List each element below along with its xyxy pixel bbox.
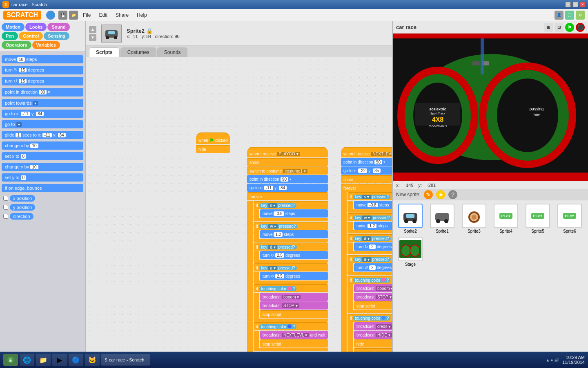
cat-pen[interactable]: Pen (2, 32, 18, 40)
cat-variables[interactable]: Variables (32, 41, 60, 49)
block-turn-cw[interactable]: turn ↻ 15 degrees (2, 66, 83, 74)
cat-motion[interactable]: Motion (2, 23, 24, 31)
block-turn-d2[interactable]: turn ↻ 2 degrees (354, 242, 392, 251)
if-a2-top[interactable]: if key a ▾ pressed? (347, 255, 392, 263)
block-show[interactable]: show (247, 158, 328, 166)
block-turn-a[interactable]: turn ↺ 2.5 degrees (260, 272, 328, 280)
taskbar-scratch-icon[interactable]: 🐱 (85, 354, 100, 366)
surprise-sprite-button[interactable]: ★ (436, 190, 445, 199)
settings-icon[interactable]: ⚙ (576, 11, 585, 20)
tab-sounds[interactable]: Sounds (157, 47, 188, 57)
tab-scripts[interactable]: Scripts (89, 47, 120, 57)
minimize-button[interactable]: − (565, 2, 571, 7)
if-s-top[interactable]: if key s ▾ pressed? (254, 201, 328, 209)
block-broadcast-hide[interactable]: broadcast HIDE ▾ (354, 331, 392, 339)
block-point-dir-90b[interactable]: point in direction 90 ▾ (341, 158, 392, 166)
if-a-top[interactable]: if key a ▾ pressed? (254, 263, 328, 272)
block-if-on-edge[interactable]: if on edge, bounce (2, 184, 83, 192)
sprite-item-stage[interactable]: Stage (396, 237, 425, 267)
block-set-y[interactable]: set y to 0 (2, 173, 83, 182)
script-area[interactable]: when ⚑ clicked hide when I receive PLAYG… (86, 57, 392, 368)
sprite-item-sprite4[interactable]: PLAY Sprite4 (492, 204, 520, 233)
block-move-w2[interactable]: move 1.2 steps (354, 222, 392, 230)
block-goto-xy-2[interactable]: go to x: -11 y: 84 (247, 184, 328, 192)
sprite-item-sprite6[interactable]: PLAY Sprite6 (555, 204, 584, 233)
cat-sound[interactable]: Sound (47, 23, 69, 31)
block-hide2[interactable]: hide (354, 339, 392, 348)
sprite-item-sprite5[interactable]: PLAY Sprite5 (523, 204, 552, 233)
block-forever-2[interactable]: forever (341, 184, 392, 192)
menu-share[interactable]: Share (112, 11, 132, 19)
menu-edit[interactable]: Edit (96, 11, 111, 19)
scroll-down-btn[interactable]: ▼ (89, 34, 96, 41)
taskbar-folder-icon[interactable]: 📁 (36, 354, 51, 366)
block-move-s[interactable]: move -0.8 steps (260, 209, 328, 218)
if-touch-color-3-top[interactable]: if touching color ? (347, 276, 392, 284)
block-broadcast-stop[interactable]: broadcast STOP ▾ (260, 301, 328, 310)
block-glide[interactable]: glide 1 secs to x: -11 y: 84 (2, 131, 83, 139)
maximize-button[interactable]: □ (572, 2, 578, 7)
block-stop-script-2[interactable]: stop script (260, 339, 328, 348)
menu-help[interactable]: Help (134, 11, 150, 19)
menu-file[interactable]: File (80, 11, 94, 19)
globe-icon[interactable]: 🌐 (46, 11, 55, 20)
account-icon[interactable]: 👤 (555, 11, 564, 20)
if-s2-top[interactable]: if key s ▾ pressed? (347, 192, 392, 200)
if-touch-color-4-top[interactable]: if touching color ? (347, 314, 392, 322)
if-w-top[interactable]: if key w ▾ pressed? (254, 222, 328, 230)
go-button[interactable]: ⚑ (565, 23, 574, 32)
cat-operators[interactable]: Operators (2, 41, 31, 49)
stage-size-icon1[interactable]: ⊞ (544, 23, 553, 32)
block-change-y[interactable]: change y by 10 (2, 163, 83, 171)
sprite-item-sprite1[interactable]: Sprite1 (428, 204, 457, 233)
if-d2-top[interactable]: if key d ▾ pressed? (347, 234, 392, 242)
block-set-x[interactable]: set x to 0 (2, 152, 83, 160)
block-broadcast-booom[interactable]: broadcast booom ▾ (260, 293, 328, 301)
hat-receive-nextlevl[interactable]: when I receive NEXTLEVL ▾ (341, 147, 392, 157)
hat-when-clicked[interactable]: when ⚑ clicked (196, 132, 230, 144)
taskbar-chrome-icon[interactable]: 🔵 (69, 354, 83, 366)
block-stop-script-3[interactable]: stop script (354, 301, 392, 310)
y-position-checkbox[interactable] (3, 205, 8, 210)
block-move-w[interactable]: move 1.2 steps (260, 230, 328, 238)
hat-receive-playgo[interactable]: when I receive PLAYGO ▾ (247, 147, 328, 157)
block-broadcast-nextlevl-wait[interactable]: broadcast NEXTLEVL ▾ and wait (260, 331, 328, 339)
x-position-checkbox[interactable] (3, 196, 8, 201)
stage-size-icon2[interactable]: ⊡ (555, 23, 564, 32)
search-sprite-button[interactable]: ? (448, 190, 457, 199)
block-forever[interactable]: forever (247, 192, 328, 200)
block-turn-ccw[interactable]: turn ↺ 15 degrees (2, 77, 83, 85)
block-stop-script-1[interactable]: stop script (260, 310, 328, 318)
if-touch-color-2-top[interactable]: if touching color ? (254, 322, 328, 330)
block-change-x[interactable]: change x by 10 (2, 141, 83, 150)
if-d-top[interactable]: if key d ▾ pressed? (254, 242, 328, 251)
folder-icon[interactable]: 📁 (69, 11, 78, 20)
block-broadcast-stop2[interactable]: broadcast STOP ▾ (354, 293, 392, 301)
block-move-steps[interactable]: move 10 steps (2, 55, 83, 63)
block-hide[interactable]: hide (196, 145, 230, 153)
sprite-item-sprite3[interactable]: Sprite3 (460, 204, 488, 233)
block-goto-xy[interactable]: go to x: -11 y: 84 (2, 110, 83, 118)
stop-button[interactable]: ⬛ (576, 23, 585, 32)
block-point-direction[interactable]: point in direction 90 ▾ (2, 88, 83, 96)
block-switch-costume[interactable]: switch to costume costume1 ▾ (247, 166, 328, 175)
taskbar-ie-icon[interactable]: 🌐 (20, 354, 34, 366)
cat-looks[interactable]: Looks (25, 23, 47, 31)
scroll-up-btn[interactable]: ▲ (89, 26, 96, 33)
block-broadcast-creds[interactable]: broadcast creds ▾ (354, 322, 392, 330)
cat-control[interactable]: Control (19, 32, 43, 40)
if-w2-top[interactable]: if key w ▾ pressed? (347, 213, 392, 221)
start-button[interactable]: ⊞ (3, 354, 18, 366)
close-button[interactable]: ✕ (580, 2, 586, 7)
if-touch-color-1-top[interactable]: if touching color ? (254, 284, 328, 292)
sprite-item-sprite2[interactable]: Sprite2 (396, 204, 425, 233)
block-broadcast-booom2[interactable]: broadcast booom ▾ (354, 284, 392, 292)
block-show-2[interactable]: show (341, 175, 392, 183)
taskbar-window-scratch[interactable]: Scar race - Scratch (101, 354, 150, 366)
direction-checkbox[interactable] (3, 214, 8, 219)
block-goto-xy-3[interactable]: go to x: -22 y: 35 (341, 166, 392, 175)
paint-sprite-button[interactable]: ✎ (424, 190, 433, 199)
fullscreen-icon[interactable]: ⛶ (565, 11, 574, 20)
taskbar-media-icon[interactable]: ▶ (52, 354, 67, 366)
block-move-s2[interactable]: move -0.8 steps (354, 201, 392, 209)
